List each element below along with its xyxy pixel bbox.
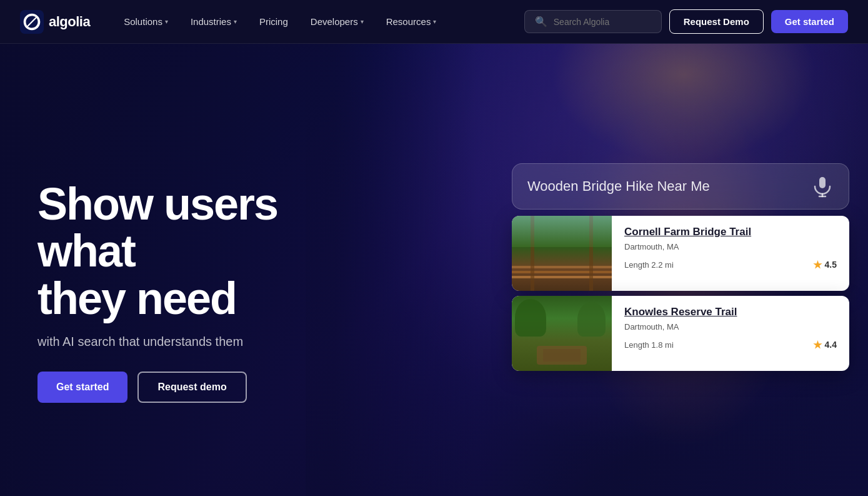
result-card-1-content: Cornell Farm Bridge Trail Dartmouth, MA …: [612, 216, 849, 291]
hero-subtext: with AI search that understands them: [37, 335, 350, 349]
chevron-down-icon: ▾: [361, 18, 364, 25]
hero-content: Show users what they need with AI search…: [0, 137, 350, 403]
trail-image-2: [512, 296, 612, 371]
result-card-2-title: Knowles Reserve Trail: [624, 306, 837, 318]
nav-resources[interactable]: Resources ▾: [377, 13, 446, 31]
result-card-2-length: Length 1.8 mi: [624, 340, 674, 350]
nav-search-input[interactable]: [554, 17, 651, 27]
ui-search-query: Wooden Bridge Hike Near Me: [527, 178, 710, 195]
star-icon: ★: [813, 259, 822, 271]
hero-get-started-button[interactable]: Get started: [37, 372, 127, 403]
result-card-1: Cornell Farm Bridge Trail Dartmouth, MA …: [512, 216, 849, 291]
nav-pricing[interactable]: Pricing: [251, 13, 297, 31]
hero-request-demo-button[interactable]: Request demo: [137, 372, 246, 403]
hero-ui-cards: Wooden Bridge Hike Near Me: [512, 163, 849, 376]
svg-rect-1: [819, 177, 826, 188]
request-demo-button[interactable]: Request Demo: [669, 9, 764, 34]
nav-industries[interactable]: Industries ▾: [182, 13, 246, 31]
get-started-nav-button[interactable]: Get started: [771, 10, 848, 33]
navbar: algolia Solutions ▾ Industries ▾ Pricing…: [0, 0, 868, 44]
ui-search-bar: Wooden Bridge Hike Near Me: [512, 163, 849, 210]
trail-image-1: [512, 216, 612, 291]
nav-links: Solutions ▾ Industries ▾ Pricing Develop…: [115, 13, 524, 31]
result-card-1-meta: Length 2.2 mi ★ 4.5: [624, 259, 837, 271]
result-card-1-rating: ★ 4.5: [813, 259, 837, 271]
result-card-2-content: Knowles Reserve Trail Dartmouth, MA Leng…: [612, 296, 849, 371]
result-card-1-title: Cornell Farm Bridge Trail: [624, 226, 837, 238]
search-icon: 🔍: [535, 16, 547, 28]
logo-link[interactable]: algolia: [20, 10, 90, 34]
result-card-2-rating: ★ 4.4: [813, 339, 837, 351]
microphone-icon: [811, 175, 834, 198]
chevron-down-icon: ▾: [165, 18, 168, 25]
logo-text: algolia: [49, 14, 90, 30]
chevron-down-icon: ▾: [433, 18, 436, 25]
nav-actions: 🔍 Request Demo Get started: [524, 9, 848, 34]
hero-buttons: Get started Request demo: [37, 372, 350, 403]
result-card-1-location: Dartmouth, MA: [624, 242, 837, 251]
nav-search-bar[interactable]: 🔍: [524, 10, 662, 33]
hero-headline: Show users what they need: [37, 181, 350, 323]
logo-icon: [20, 10, 44, 34]
star-icon: ★: [813, 339, 822, 351]
result-card-2: Knowles Reserve Trail Dartmouth, MA Leng…: [512, 296, 849, 371]
chevron-down-icon: ▾: [234, 18, 237, 25]
hero-section: Show users what they need with AI search…: [0, 0, 868, 496]
result-card-2-location: Dartmouth, MA: [624, 322, 837, 332]
result-card-2-meta: Length 1.8 mi ★ 4.4: [624, 339, 837, 351]
nav-developers[interactable]: Developers ▾: [302, 13, 372, 31]
nav-solutions[interactable]: Solutions ▾: [115, 13, 177, 31]
result-card-1-length: Length 2.2 mi: [624, 260, 674, 270]
